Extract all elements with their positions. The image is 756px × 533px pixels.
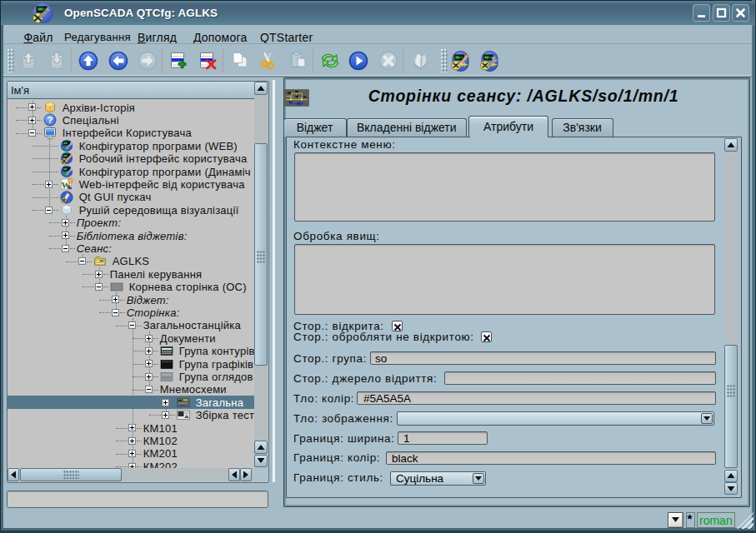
svg-text:?: ? <box>47 115 53 125</box>
